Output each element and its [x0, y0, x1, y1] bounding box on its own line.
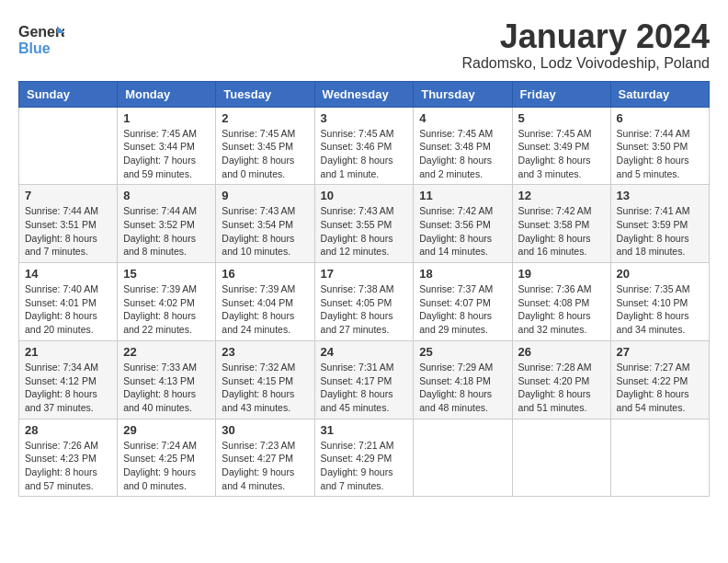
- calendar-cell: 5Sunrise: 7:45 AM Sunset: 3:49 PM Daylig…: [512, 107, 610, 185]
- day-info: Sunrise: 7:36 AM Sunset: 4:08 PM Dayligh…: [518, 282, 605, 337]
- day-number: 22: [123, 345, 210, 359]
- day-number: 26: [518, 345, 605, 359]
- day-number: 24: [321, 345, 408, 359]
- day-number: 18: [419, 267, 506, 281]
- calendar-cell: 3Sunrise: 7:45 AM Sunset: 3:46 PM Daylig…: [314, 107, 414, 185]
- calendar-cell: 7Sunrise: 7:44 AM Sunset: 3:51 PM Daylig…: [19, 185, 118, 263]
- day-number: 6: [617, 111, 703, 125]
- day-number: 27: [617, 345, 703, 359]
- day-number: 21: [25, 345, 111, 359]
- day-info: Sunrise: 7:41 AM Sunset: 3:59 PM Dayligh…: [617, 204, 703, 259]
- calendar-cell: 14Sunrise: 7:40 AM Sunset: 4:01 PM Dayli…: [19, 263, 118, 341]
- calendar-cell: 24Sunrise: 7:31 AM Sunset: 4:17 PM Dayli…: [314, 340, 414, 419]
- day-number: 23: [222, 345, 308, 359]
- day-info: Sunrise: 7:32 AM Sunset: 4:15 PM Dayligh…: [222, 361, 308, 415]
- day-number: 1: [123, 111, 210, 125]
- day-info: Sunrise: 7:44 AM Sunset: 3:51 PM Dayligh…: [25, 204, 111, 259]
- page-header: General Blue January 2024 Radomsko, Lodz…: [18, 18, 710, 72]
- day-number: 9: [222, 189, 308, 202]
- day-number: 20: [617, 267, 703, 281]
- calendar-week-row: 14Sunrise: 7:40 AM Sunset: 4:01 PM Dayli…: [19, 263, 710, 341]
- day-number: 25: [419, 345, 506, 359]
- calendar-week-row: 28Sunrise: 7:26 AM Sunset: 4:23 PM Dayli…: [19, 419, 710, 497]
- calendar-cell: 15Sunrise: 7:39 AM Sunset: 4:02 PM Dayli…: [118, 263, 216, 341]
- day-info: Sunrise: 7:26 AM Sunset: 4:23 PM Dayligh…: [25, 439, 111, 493]
- calendar-week-row: 21Sunrise: 7:34 AM Sunset: 4:12 PM Dayli…: [19, 340, 710, 419]
- day-info: Sunrise: 7:45 AM Sunset: 3:45 PM Dayligh…: [222, 127, 308, 181]
- logo-icon: General Blue: [18, 18, 64, 60]
- day-info: Sunrise: 7:44 AM Sunset: 3:50 PM Dayligh…: [617, 127, 703, 181]
- day-number: 19: [518, 267, 605, 281]
- calendar-cell: 12Sunrise: 7:42 AM Sunset: 3:58 PM Dayli…: [512, 185, 610, 263]
- day-info: Sunrise: 7:28 AM Sunset: 4:20 PM Dayligh…: [518, 361, 605, 415]
- day-number: 7: [25, 189, 111, 202]
- calendar-cell: [610, 419, 709, 497]
- calendar-cell: 20Sunrise: 7:35 AM Sunset: 4:10 PM Dayli…: [610, 263, 709, 341]
- day-info: Sunrise: 7:42 AM Sunset: 3:56 PM Dayligh…: [419, 204, 506, 259]
- day-number: 3: [321, 111, 408, 125]
- calendar-cell: 16Sunrise: 7:39 AM Sunset: 4:04 PM Dayli…: [216, 263, 314, 341]
- calendar-cell: 25Sunrise: 7:29 AM Sunset: 4:18 PM Dayli…: [414, 340, 512, 419]
- day-number: 31: [321, 423, 408, 437]
- calendar-cell: 26Sunrise: 7:28 AM Sunset: 4:20 PM Dayli…: [512, 340, 610, 419]
- calendar-cell: [512, 419, 610, 497]
- calendar-cell: 29Sunrise: 7:24 AM Sunset: 4:25 PM Dayli…: [118, 419, 216, 497]
- day-number: 12: [518, 189, 605, 202]
- day-info: Sunrise: 7:33 AM Sunset: 4:13 PM Dayligh…: [123, 361, 210, 415]
- day-info: Sunrise: 7:29 AM Sunset: 4:18 PM Dayligh…: [419, 361, 506, 415]
- page-title: January 2024: [461, 18, 710, 55]
- calendar-cell: 2Sunrise: 7:45 AM Sunset: 3:45 PM Daylig…: [216, 107, 314, 185]
- calendar-cell: 13Sunrise: 7:41 AM Sunset: 3:59 PM Dayli…: [610, 185, 709, 263]
- calendar-cell: 30Sunrise: 7:23 AM Sunset: 4:27 PM Dayli…: [216, 419, 314, 497]
- day-info: Sunrise: 7:45 AM Sunset: 3:49 PM Dayligh…: [518, 127, 605, 181]
- weekday-header: Friday: [512, 81, 610, 107]
- day-info: Sunrise: 7:35 AM Sunset: 4:10 PM Dayligh…: [617, 282, 703, 337]
- day-info: Sunrise: 7:45 AM Sunset: 3:48 PM Dayligh…: [419, 127, 506, 181]
- weekday-header: Sunday: [19, 81, 118, 107]
- day-number: 28: [25, 423, 111, 437]
- calendar-table: SundayMondayTuesdayWednesdayThursdayFrid…: [18, 81, 710, 498]
- calendar-cell: 21Sunrise: 7:34 AM Sunset: 4:12 PM Dayli…: [19, 340, 118, 419]
- calendar-cell: 27Sunrise: 7:27 AM Sunset: 4:22 PM Dayli…: [610, 340, 709, 419]
- calendar-cell: 10Sunrise: 7:43 AM Sunset: 3:55 PM Dayli…: [314, 185, 414, 263]
- day-number: 17: [321, 267, 408, 281]
- calendar-cell: 17Sunrise: 7:38 AM Sunset: 4:05 PM Dayli…: [314, 263, 414, 341]
- day-info: Sunrise: 7:37 AM Sunset: 4:07 PM Dayligh…: [419, 282, 506, 337]
- weekday-header-row: SundayMondayTuesdayWednesdayThursdayFrid…: [19, 81, 710, 107]
- calendar-week-row: 7Sunrise: 7:44 AM Sunset: 3:51 PM Daylig…: [19, 185, 710, 263]
- day-info: Sunrise: 7:43 AM Sunset: 3:54 PM Dayligh…: [222, 204, 308, 259]
- title-block: January 2024 Radomsko, Lodz Voivodeship,…: [461, 18, 710, 72]
- day-number: 2: [222, 111, 308, 125]
- day-number: 11: [419, 189, 506, 202]
- calendar-cell: 23Sunrise: 7:32 AM Sunset: 4:15 PM Dayli…: [216, 340, 314, 419]
- day-info: Sunrise: 7:21 AM Sunset: 4:29 PM Dayligh…: [321, 439, 408, 493]
- day-info: Sunrise: 7:40 AM Sunset: 4:01 PM Dayligh…: [25, 282, 111, 337]
- day-info: Sunrise: 7:45 AM Sunset: 3:44 PM Dayligh…: [123, 127, 210, 181]
- calendar-cell: 11Sunrise: 7:42 AM Sunset: 3:56 PM Dayli…: [414, 185, 512, 263]
- calendar-cell: 9Sunrise: 7:43 AM Sunset: 3:54 PM Daylig…: [216, 185, 314, 263]
- day-info: Sunrise: 7:43 AM Sunset: 3:55 PM Dayligh…: [321, 204, 408, 259]
- day-number: 30: [222, 423, 308, 437]
- weekday-header: Thursday: [414, 81, 512, 107]
- calendar-cell: 4Sunrise: 7:45 AM Sunset: 3:48 PM Daylig…: [414, 107, 512, 185]
- calendar-cell: 6Sunrise: 7:44 AM Sunset: 3:50 PM Daylig…: [610, 107, 709, 185]
- calendar-cell: 1Sunrise: 7:45 AM Sunset: 3:44 PM Daylig…: [118, 107, 216, 185]
- calendar-week-row: 1Sunrise: 7:45 AM Sunset: 3:44 PM Daylig…: [19, 107, 710, 185]
- day-number: 15: [123, 267, 210, 281]
- day-info: Sunrise: 7:34 AM Sunset: 4:12 PM Dayligh…: [25, 361, 111, 415]
- svg-text:Blue: Blue: [18, 40, 51, 56]
- calendar-cell: 31Sunrise: 7:21 AM Sunset: 4:29 PM Dayli…: [314, 419, 414, 497]
- calendar-cell: 19Sunrise: 7:36 AM Sunset: 4:08 PM Dayli…: [512, 263, 610, 341]
- day-number: 16: [222, 267, 308, 281]
- logo: General Blue: [18, 18, 64, 63]
- day-number: 29: [123, 423, 210, 437]
- day-info: Sunrise: 7:39 AM Sunset: 4:04 PM Dayligh…: [222, 282, 308, 337]
- weekday-header: Saturday: [610, 81, 709, 107]
- day-info: Sunrise: 7:31 AM Sunset: 4:17 PM Dayligh…: [321, 361, 408, 415]
- day-info: Sunrise: 7:23 AM Sunset: 4:27 PM Dayligh…: [222, 439, 308, 493]
- calendar-cell: 8Sunrise: 7:44 AM Sunset: 3:52 PM Daylig…: [118, 185, 216, 263]
- day-info: Sunrise: 7:27 AM Sunset: 4:22 PM Dayligh…: [617, 361, 703, 415]
- day-info: Sunrise: 7:38 AM Sunset: 4:05 PM Dayligh…: [321, 282, 408, 337]
- calendar-cell: 22Sunrise: 7:33 AM Sunset: 4:13 PM Dayli…: [118, 340, 216, 419]
- day-number: 13: [617, 189, 703, 202]
